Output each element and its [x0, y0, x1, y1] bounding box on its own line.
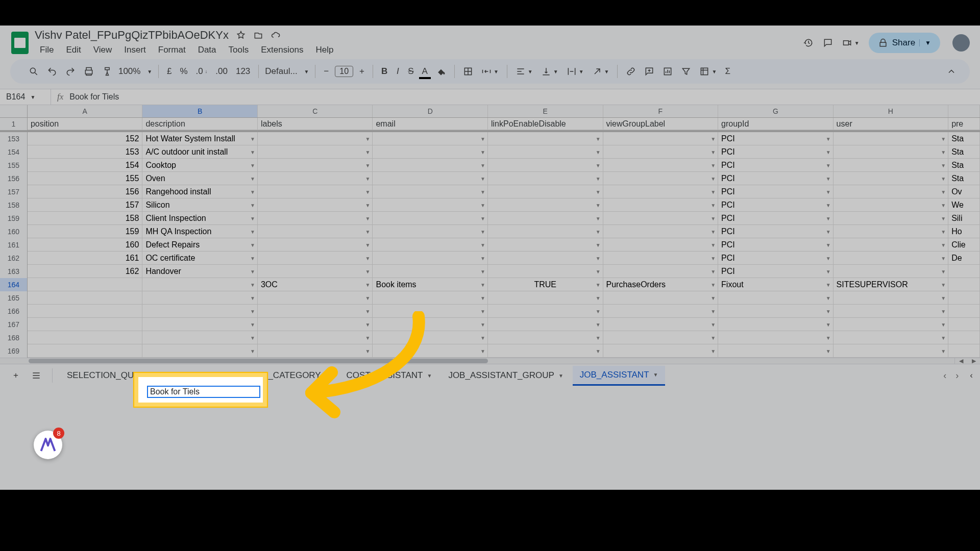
sheet-nav-next[interactable]: ›: [955, 370, 959, 381]
cell[interactable]: PCI▼: [718, 172, 834, 185]
cell[interactable]: 3OC▼: [258, 278, 373, 291]
row-header[interactable]: 169: [0, 344, 28, 358]
chevron-down-icon[interactable]: ▼: [941, 335, 946, 340]
cell[interactable]: Clie: [948, 238, 980, 252]
col-header[interactable]: G: [718, 105, 834, 117]
extension-badge[interactable]: 8: [34, 431, 62, 459]
cell[interactable]: ▼: [373, 198, 488, 212]
chevron-down-icon[interactable]: ▼: [365, 295, 371, 300]
cell[interactable]: PCI▼: [718, 252, 834, 265]
chevron-down-icon[interactable]: ▼: [480, 242, 485, 247]
chevron-down-icon[interactable]: ▼: [250, 295, 255, 300]
row-header[interactable]: 161: [0, 238, 28, 252]
row-header[interactable]: 163: [0, 265, 28, 278]
cell[interactable]: PCI▼: [718, 159, 834, 172]
chevron-down-icon[interactable]: ▼: [250, 268, 255, 274]
chevron-down-icon[interactable]: ▼: [710, 321, 716, 327]
percent-button[interactable]: %: [177, 65, 190, 78]
chevron-down-icon[interactable]: ▼: [480, 215, 485, 221]
chevron-down-icon[interactable]: ▼: [941, 295, 946, 300]
cell[interactable]: ▼: [488, 185, 603, 198]
cell[interactable]: ▼: [488, 318, 603, 331]
chevron-down-icon[interactable]: ▼: [826, 308, 831, 314]
chevron-down-icon[interactable]: ▼: [653, 372, 658, 378]
chevron-down-icon[interactable]: ▼: [250, 229, 255, 234]
cell-editor-input[interactable]: [147, 386, 260, 398]
col-header[interactable]: C: [258, 105, 373, 117]
cell[interactable]: Defect Repairs▼: [142, 238, 258, 252]
cell[interactable]: 160: [28, 238, 143, 252]
sheet-nav-prev[interactable]: ‹: [943, 370, 946, 381]
cell[interactable]: ▼: [603, 172, 719, 185]
paint-format-icon[interactable]: [99, 65, 115, 78]
chevron-down-icon[interactable]: ▼: [710, 295, 716, 300]
cell[interactable]: ▼: [834, 344, 949, 358]
menu-extensions[interactable]: Extensions: [256, 43, 308, 57]
cell[interactable]: ▼: [603, 132, 719, 145]
cell[interactable]: ▼: [488, 331, 603, 344]
cell[interactable]: ▼: [488, 145, 603, 159]
chevron-down-icon[interactable]: ▼: [558, 373, 564, 379]
cell[interactable]: [28, 331, 143, 344]
cell[interactable]: [948, 278, 980, 291]
insert-chart-button[interactable]: [659, 65, 676, 78]
row-header[interactable]: 166: [0, 305, 28, 318]
cell[interactable]: ▼: [142, 331, 258, 344]
explore-collapse-icon[interactable]: ‹: [970, 370, 973, 381]
chevron-down-icon[interactable]: ▼: [365, 149, 371, 155]
cell[interactable]: 161: [28, 252, 143, 265]
chevron-down-icon[interactable]: ▼: [826, 149, 831, 155]
chevron-down-icon[interactable]: ▼: [596, 268, 601, 274]
chevron-down-icon[interactable]: ▼: [250, 215, 255, 221]
chevron-down-icon[interactable]: ▼: [325, 373, 330, 379]
cell[interactable]: ▼: [373, 185, 488, 198]
cell[interactable]: ▼: [373, 238, 488, 252]
row-header[interactable]: 1: [0, 118, 28, 130]
cell[interactable]: OC certificate▼: [142, 252, 258, 265]
chevron-down-icon[interactable]: ▼: [826, 282, 831, 287]
cell[interactable]: PCI▼: [718, 185, 834, 198]
chevron-down-icon[interactable]: ▼: [826, 202, 831, 208]
chevron-down-icon[interactable]: ▼: [596, 308, 601, 314]
decrease-decimal-button[interactable]: .0↓: [193, 65, 211, 78]
cell[interactable]: ▼: [258, 185, 373, 198]
cell[interactable]: [948, 265, 980, 278]
cell[interactable]: Rangehood install▼: [142, 185, 258, 198]
cell[interactable]: Client Inspection▼: [142, 212, 258, 225]
chevron-down-icon[interactable]: ▼: [710, 229, 716, 234]
cell[interactable]: ▼: [258, 291, 373, 305]
cell[interactable]: ▼: [603, 318, 719, 331]
filter-button[interactable]: [678, 65, 694, 78]
cell[interactable]: PCI▼: [718, 225, 834, 238]
cell[interactable]: De: [948, 252, 980, 265]
row-header[interactable]: 155: [0, 159, 28, 172]
cell[interactable]: 153: [28, 145, 143, 159]
cell[interactable]: ▼: [142, 291, 258, 305]
cell[interactable]: ▼: [834, 331, 949, 344]
cell[interactable]: ▼: [603, 344, 719, 358]
sheets-logo-icon[interactable]: [11, 32, 29, 54]
halign-button[interactable]: ▼: [512, 65, 536, 78]
cell[interactable]: ▼: [488, 212, 603, 225]
cell[interactable]: ▼: [488, 265, 603, 278]
chevron-down-icon[interactable]: ▼: [826, 162, 831, 168]
chevron-down-icon[interactable]: ▼: [826, 189, 831, 194]
cell[interactable]: ▼: [258, 145, 373, 159]
text-color-button[interactable]: A: [419, 65, 431, 78]
chevron-down-icon[interactable]: ▼: [596, 255, 601, 261]
merge-button[interactable]: ▼: [478, 65, 502, 78]
link-button[interactable]: [623, 65, 639, 78]
chevron-down-icon[interactable]: ▼: [941, 321, 946, 327]
row-header[interactable]: 168: [0, 331, 28, 344]
chevron-down-icon[interactable]: ▼: [596, 136, 601, 141]
horizontal-scrollbar[interactable]: ◀▶: [0, 358, 980, 364]
cell[interactable]: ▼: [603, 331, 719, 344]
chevron-down-icon[interactable]: ▼: [596, 176, 601, 181]
chevron-down-icon[interactable]: ▼: [480, 162, 485, 168]
chevron-down-icon[interactable]: ▼: [250, 282, 255, 287]
cell[interactable]: ▼: [834, 318, 949, 331]
cell[interactable]: description: [142, 118, 258, 130]
rotate-button[interactable]: ▼: [589, 65, 612, 78]
chevron-down-icon[interactable]: ▼: [596, 335, 601, 340]
cell[interactable]: [28, 305, 143, 318]
